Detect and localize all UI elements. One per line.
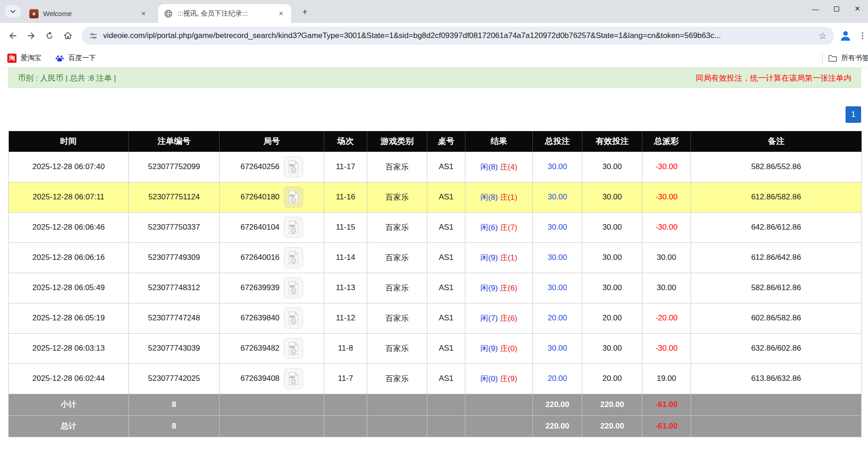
- round-no-text: 672639840: [240, 314, 279, 323]
- summary-valid-bet: 220.00: [582, 394, 642, 415]
- bet-table-row[interactable]: 2025-12-28 06:07:11523077751124672640180…: [9, 182, 862, 212]
- close-tab-icon[interactable]: ✕: [139, 9, 148, 18]
- video-file-icon: [287, 281, 299, 295]
- home-button[interactable]: [59, 27, 77, 45]
- profile-avatar-icon[interactable]: [839, 29, 852, 43]
- video-replay-button[interactable]: [284, 156, 303, 177]
- cell-game-type: 百家乐: [367, 182, 427, 212]
- bookmarks-divider: [822, 53, 823, 63]
- chevron-down-icon: [10, 8, 16, 15]
- close-tab-icon[interactable]: ✕: [276, 9, 286, 18]
- cell-game-type: 百家乐: [367, 333, 427, 363]
- video-replay-button[interactable]: [284, 217, 303, 238]
- column-header: 注单编号: [129, 131, 220, 152]
- bet-table-row[interactable]: 2025-12-28 06:05:49523077748312672639939…: [9, 273, 862, 303]
- tab-title: :::视讯, 会员下注纪录:::: [177, 9, 272, 18]
- cell-total-bet[interactable]: 30.00: [533, 242, 582, 273]
- cell-session: 11-14: [324, 242, 367, 273]
- cell-bet-no: 523077747248: [129, 303, 220, 333]
- all-bookmarks-button[interactable]: 所有书签: [828, 54, 868, 62]
- menu-dots-icon[interactable]: [858, 31, 867, 41]
- video-replay-button[interactable]: [284, 277, 303, 298]
- round-no-wrap: 672639482: [240, 338, 303, 359]
- summary-count: 8: [129, 394, 220, 415]
- maximize-button[interactable]: [826, 0, 847, 17]
- cell-note: 582.86/552.86: [691, 152, 862, 182]
- home-icon: [63, 31, 73, 41]
- cell-time: 2025-12-28 06:06:46: [9, 212, 129, 242]
- tab-bet-record[interactable]: :::视讯, 会员下注纪录::: ✕: [158, 4, 291, 23]
- summary-empty: [324, 415, 367, 437]
- cell-total-bet[interactable]: 20.00: [533, 363, 582, 394]
- cell-session: 11-17: [324, 152, 367, 182]
- bookmark-baidu[interactable]: 百度一下: [55, 54, 96, 63]
- video-replay-button[interactable]: [284, 338, 303, 359]
- video-replay-button[interactable]: [284, 308, 303, 329]
- column-header: 场次: [324, 131, 367, 152]
- bet-table-row[interactable]: 2025-12-28 06:02:44523077742025672639408…: [9, 363, 862, 394]
- video-replay-button[interactable]: [284, 187, 303, 208]
- reload-button[interactable]: [40, 27, 59, 45]
- cell-total-bet[interactable]: 30.00: [533, 212, 582, 242]
- url-bar[interactable]: videoie.com/ipl/portal.php/game/betrecor…: [82, 27, 834, 45]
- new-tab-button[interactable]: +: [299, 6, 311, 18]
- tab-welcome[interactable]: Welcome ✕: [24, 4, 154, 23]
- forward-button[interactable]: [22, 27, 40, 45]
- bet-table-row[interactable]: 2025-12-28 06:06:16523077749309672640016…: [9, 242, 862, 273]
- round-no-text: 672639408: [240, 374, 279, 383]
- cell-result: 闲(8) 庄(1): [465, 182, 533, 212]
- result-player: 闲(6): [481, 223, 498, 232]
- baidu-paw-icon: [55, 54, 64, 63]
- cell-bet-no: 523077742025: [129, 363, 220, 394]
- cell-note: 602.86/582.86: [691, 303, 862, 333]
- bookmark-star-icon[interactable]: ☆: [818, 30, 827, 41]
- cell-session: 11-7: [324, 363, 367, 394]
- site-settings-tune-icon[interactable]: [89, 32, 98, 40]
- cell-total-bet[interactable]: 30.00: [533, 273, 582, 303]
- bet-table-row[interactable]: 2025-12-28 06:07:40523077752099672640256…: [9, 152, 862, 182]
- round-no-wrap: 672639939: [240, 277, 303, 298]
- cell-total-bet[interactable]: 20.00: [533, 303, 582, 333]
- cell-session: 11-8: [324, 333, 367, 363]
- cell-note: 612.86/642.86: [691, 242, 862, 273]
- cell-round-no: 672639482: [220, 333, 324, 363]
- cell-valid-bet: 20.00: [582, 303, 642, 333]
- cell-valid-bet: 30.00: [582, 242, 642, 273]
- cell-game-type: 百家乐: [367, 273, 427, 303]
- cell-session: 11-16: [324, 182, 367, 212]
- taobao-icon: [7, 54, 17, 63]
- cell-result: 闲(9) 庄(1): [465, 242, 533, 273]
- bookmark-taobao[interactable]: 爱淘宝: [7, 54, 41, 63]
- cell-table-no: AS1: [427, 242, 465, 273]
- bookmark-label: 爱淘宝: [21, 54, 41, 62]
- page-1-button[interactable]: 1: [846, 106, 861, 123]
- minimize-button[interactable]: —: [805, 0, 826, 17]
- cell-result: 闲(0) 庄(9): [465, 363, 533, 394]
- cell-bet-no: 523077751124: [129, 182, 220, 212]
- cell-payout: -30.00: [642, 152, 691, 182]
- bet-table-row[interactable]: 2025-12-28 06:03:13523077743039672639482…: [9, 333, 862, 363]
- cell-total-bet[interactable]: 30.00: [533, 333, 582, 363]
- column-header: 有效投注: [582, 131, 642, 152]
- currency-summary-text: 币别 : 人民币 | 总共 :8 注单 |: [18, 73, 116, 83]
- video-replay-button[interactable]: [284, 247, 303, 268]
- back-button[interactable]: [4, 27, 22, 45]
- result-banker: 庄(9): [500, 374, 517, 383]
- url-text: videoie.com/ipl/portal.php/game/betrecor…: [103, 31, 818, 40]
- cell-time: 2025-12-28 06:03:13: [9, 333, 129, 363]
- cell-round-no: 672639408: [220, 363, 324, 394]
- cell-total-bet[interactable]: 30.00: [533, 152, 582, 182]
- cell-round-no: 672639939: [220, 273, 324, 303]
- bet-table-row[interactable]: 2025-12-28 06:06:46523077750337672640104…: [9, 212, 862, 242]
- bet-table-row[interactable]: 2025-12-28 06:05:19523077747248672639840…: [9, 303, 862, 333]
- tab-search-button[interactable]: [5, 5, 21, 18]
- cell-bet-no: 523077750337: [129, 212, 220, 242]
- video-file-icon: [287, 220, 299, 234]
- column-header: 备注: [691, 131, 862, 152]
- bookmarks-right: 所有书签: [822, 53, 868, 63]
- cell-time: 2025-12-28 06:07:40: [9, 152, 129, 182]
- bookmark-label: 百度一下: [68, 54, 96, 62]
- video-replay-button[interactable]: [284, 368, 303, 389]
- cell-total-bet[interactable]: 30.00: [533, 182, 582, 212]
- close-window-button[interactable]: ✕: [847, 0, 868, 17]
